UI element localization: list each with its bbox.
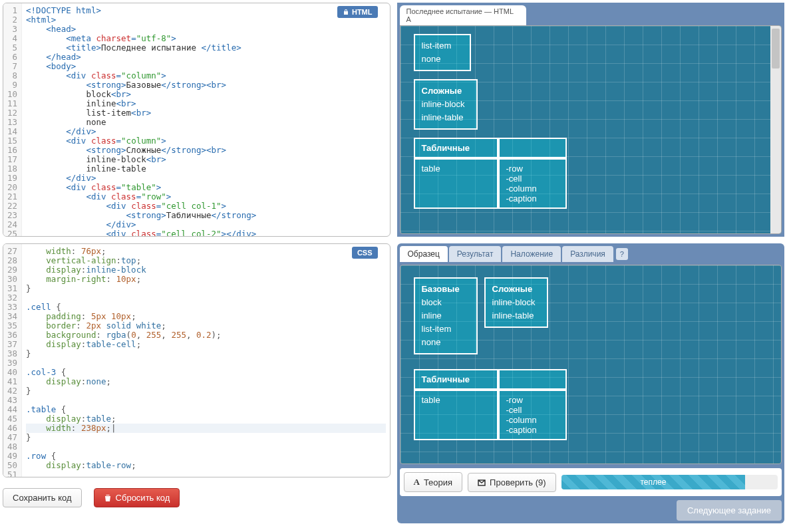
preview-box-complex: Сложные inline-block inline-table [414, 79, 478, 130]
sample-text: none [422, 336, 470, 349]
check-icon [478, 478, 486, 486]
bottom-buttons: Сохранить код Сбросить код [3, 488, 391, 507]
css-editor-panel: CSS 272829303132333435363738394041424344… [3, 243, 391, 477]
sample-preview: Базовые block inline list-item none Слож… [400, 265, 782, 464]
sample-box-complex: Сложные inline-block inline-table [484, 277, 548, 328]
lock-icon [343, 9, 349, 15]
result-preview-panel: Последнее испытание — HTML A list-item n… [397, 3, 785, 237]
preview-table: Табличные table -row -cell -column -capt… [414, 138, 567, 209]
theory-label: Теория [424, 477, 452, 487]
tab-sample[interactable]: Образец [400, 246, 448, 262]
sample-footer: A Теория Проверить (9) теплее [400, 468, 782, 496]
preview-browser-tab: Последнее испытание — HTML A [400, 5, 526, 25]
check-button[interactable]: Проверить (9) [468, 473, 556, 492]
tab-diff[interactable]: Различия [562, 246, 613, 262]
sample-title: Табличные [422, 374, 470, 384]
css-code[interactable]: width: 76px; vertical-align:top; display… [22, 244, 389, 477]
preview-text: none [422, 53, 463, 66]
html-badge-label: HTML [352, 8, 373, 16]
sample-title: Базовые [422, 284, 460, 294]
css-badge-label: CSS [357, 249, 373, 257]
scroll-thumb[interactable] [772, 29, 780, 68]
html-editor-panel: HTML 12345678910111213141516171819202122… [3, 3, 391, 237]
progress-fill: теплее [561, 475, 746, 489]
sample-text: list-item [422, 323, 470, 336]
font-icon: A [414, 477, 420, 487]
css-gutter: 2728293031323334353637383940414243444546… [3, 244, 22, 477]
preview-text: inline-table [422, 111, 470, 124]
progress-bar: теплее [561, 475, 778, 489]
sample-text: inline-table [492, 309, 540, 323]
sample-text: -row -cell -column -caption [498, 390, 567, 440]
tab-result[interactable]: Результат [449, 246, 502, 262]
preview-text: -row -cell -column -caption [498, 158, 567, 209]
theory-button[interactable]: A Теория [404, 472, 463, 492]
sample-table: Табличные table -row -cell -column -capt… [414, 369, 567, 440]
sample-title: Сложные [492, 284, 533, 294]
sample-text: inline [422, 309, 470, 323]
preview-text: inline-block [422, 98, 470, 111]
css-badge: CSS [352, 247, 378, 259]
sample-panel: Образец Результат Наложение Различия ? Б… [397, 243, 785, 523]
result-preview[interactable]: list-item none Сложные inline-block inli… [400, 25, 782, 234]
css-editor[interactable]: 2728293031323334353637383940414243444546… [3, 244, 390, 477]
check-label: Проверить (9) [490, 477, 546, 487]
preview-text: list-item [422, 39, 463, 53]
preview-title: Сложные [422, 86, 462, 96]
sample-text: inline-block [492, 296, 540, 309]
preview-scrollbar[interactable] [770, 26, 781, 233]
save-button[interactable]: Сохранить код [3, 488, 82, 507]
reset-label: Сбросить код [116, 493, 170, 503]
trash-icon [104, 494, 112, 502]
reset-button[interactable]: Сбросить код [94, 488, 180, 507]
sample-text: table [414, 390, 498, 440]
sample-tabs: Образец Результат Наложение Различия ? [400, 246, 782, 262]
preview-text: table [414, 158, 498, 209]
preview-title: Табличные [422, 143, 470, 153]
html-code[interactable]: <!DOCTYPE html><html> <head> <meta chars… [22, 3, 389, 236]
next-task-button[interactable]: Следующее задание [677, 500, 782, 521]
html-badge: HTML [337, 6, 378, 18]
sample-text: block [422, 296, 470, 309]
html-editor[interactable]: 1234567891011121314151617181920212223242… [3, 3, 390, 236]
preview-box-top: list-item none [414, 34, 471, 71]
sample-box-basic: Базовые block inline list-item none [414, 277, 478, 354]
tab-overlay[interactable]: Наложение [502, 246, 561, 262]
help-button[interactable]: ? [616, 248, 628, 260]
html-gutter: 1234567891011121314151617181920212223242… [3, 3, 22, 236]
